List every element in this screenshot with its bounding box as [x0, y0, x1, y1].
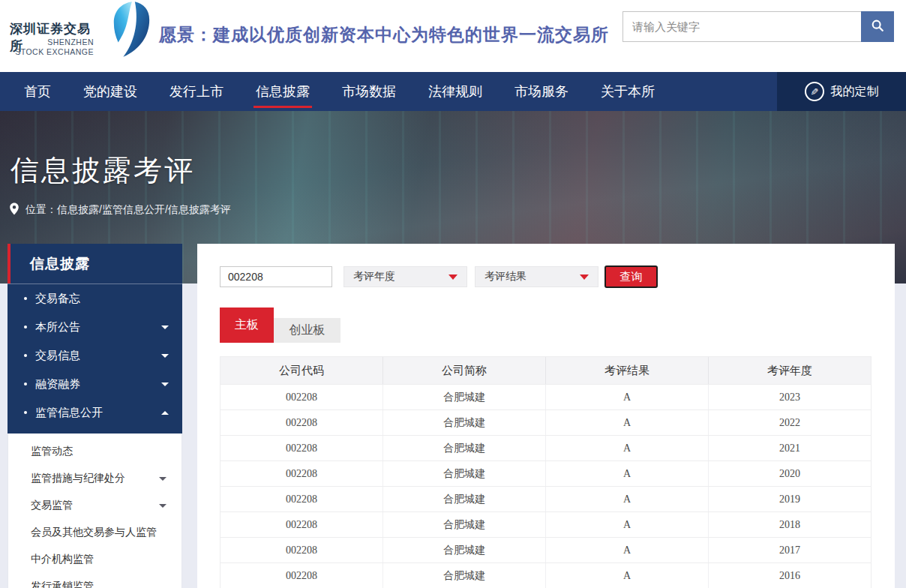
sidebar-item-announcements[interactable]: 本所公告	[8, 313, 182, 341]
bullet-dot-icon	[24, 354, 27, 357]
submenu-item-label: 发行承销监管	[31, 580, 94, 588]
my-customization-button[interactable]: ✎ 我的定制	[777, 72, 906, 111]
submenu-item-label: 会员及其他交易参与人监管	[31, 526, 157, 539]
cell-company-name: 合肥城建	[382, 410, 545, 435]
caret-down-icon	[448, 274, 458, 280]
column-header-company-code: 公司代码	[220, 357, 382, 384]
chevron-down-icon	[161, 382, 169, 386]
submenu-item-trading-supervision[interactable]: 交易监管	[8, 492, 182, 519]
nav-item-disclosure[interactable]: 信息披露	[256, 72, 310, 111]
submenu-item-label: 交易监管	[31, 499, 73, 512]
sidebar-item-label: 融资融券	[35, 377, 80, 392]
cell-result: A	[545, 461, 708, 486]
site-header: 深圳证券交易所 SHENZHEN STOCK EXCHANGE 愿景：建成以优质…	[0, 0, 906, 72]
nav-item-rules[interactable]: 法律规则	[428, 72, 482, 111]
cell-company-code: 002208	[220, 563, 382, 588]
bullet-dot-icon	[24, 382, 27, 386]
table-row: 002208 合肥城建 A 2022	[220, 410, 871, 435]
cell-result: A	[545, 512, 708, 537]
cell-result: A	[545, 436, 708, 460]
table-header-row: 公司代码 公司简称 考评结果 考评年度	[220, 357, 871, 384]
my-customization-label: 我的定制	[831, 84, 879, 100]
cell-company-name: 合肥城建	[382, 436, 545, 460]
cell-year: 2021	[708, 436, 871, 460]
cell-company-code: 002208	[220, 461, 382, 486]
tab-chinext[interactable]: 创业板	[274, 318, 340, 343]
search-button[interactable]	[861, 11, 894, 42]
chevron-down-icon	[159, 504, 166, 508]
cell-result: A	[545, 385, 708, 410]
cell-result: A	[545, 563, 708, 588]
sidebar-item-label: 监管信息公开	[35, 406, 103, 420]
nav-item-services[interactable]: 市场服务	[514, 72, 568, 111]
evaluation-result-label: 考评结果	[484, 270, 526, 284]
chevron-down-icon	[161, 326, 169, 329]
sidebar-item-label: 本所公告	[35, 320, 80, 334]
main-nav: 首页 党的建设 发行上市 信息披露 市场数据 法律规则 市场服务 关于本所 ✎ …	[0, 72, 906, 111]
evaluation-year-dropdown[interactable]: 考评年度	[344, 266, 467, 287]
table-row: 002208 合肥城建 A 2017	[220, 537, 871, 562]
cell-result: A	[545, 538, 708, 562]
chevron-down-icon	[159, 477, 166, 481]
breadcrumb: 位置：信息披露/监管信息公开/信息披露考评	[9, 202, 231, 218]
cell-company-name: 合肥城建	[382, 563, 545, 588]
column-header-company-name: 公司简称	[382, 357, 545, 384]
tab-main-board[interactable]: 主板	[220, 308, 274, 343]
nav-item-listing[interactable]: 发行上市	[170, 72, 224, 111]
submenu-item-supervision-news[interactable]: 监管动态	[8, 438, 182, 465]
brand-name-en-line1: SHENZHEN	[10, 38, 94, 46]
site-search	[622, 11, 894, 42]
cell-year: 2018	[708, 512, 871, 537]
table-row: 002208 合肥城建 A 2019	[220, 486, 871, 512]
table-row: 002208 合肥城建 A 2023	[220, 384, 871, 410]
chevron-up-icon	[161, 411, 169, 415]
breadcrumb-text: 位置：信息披露/监管信息公开/信息披露考评	[26, 203, 231, 217]
submenu-item-label: 监管措施与纪律处分	[31, 472, 125, 485]
cell-company-name: 合肥城建	[382, 487, 545, 512]
table-row: 002208 合肥城建 A 2016	[220, 562, 871, 588]
table-row: 002208 合肥城建 A 2021	[220, 435, 871, 460]
caret-down-icon	[580, 274, 589, 280]
szse-page: 深圳证券交易所 SHENZHEN STOCK EXCHANGE 愿景：建成以优质…	[0, 0, 906, 588]
search-input[interactable]	[622, 11, 861, 42]
cell-year: 2019	[708, 487, 871, 512]
nav-item-party[interactable]: 党的建设	[83, 72, 137, 111]
brand-name-en-line2: STOCK EXCHANGE	[10, 47, 94, 56]
cell-company-code: 002208	[220, 512, 382, 537]
cell-year: 2022	[708, 410, 871, 435]
cell-year: 2017	[708, 538, 871, 562]
cell-company-name: 合肥城建	[382, 385, 545, 410]
sidebar-item-trading-memo[interactable]: 交易备忘	[8, 284, 182, 313]
stock-code-input[interactable]	[220, 266, 332, 287]
submenu-item-member-supervision[interactable]: 会员及其他交易参与人监管	[8, 519, 182, 546]
szse-logo-icon	[110, 1, 153, 61]
evaluation-result-dropdown[interactable]: 考评结果	[475, 266, 598, 287]
sidebar-item-trading-info[interactable]: 交易信息	[8, 341, 182, 370]
filter-bar: 考评年度 考评结果 查询	[220, 266, 658, 288]
sidebar-item-margin-trading[interactable]: 融资融券	[8, 370, 182, 398]
cell-company-code: 002208	[220, 410, 382, 435]
column-header-year: 考评年度	[708, 357, 871, 384]
nav-item-market-data[interactable]: 市场数据	[342, 72, 396, 111]
table-row: 002208 合肥城建 A 2020	[220, 460, 871, 486]
nav-item-home[interactable]: 首页	[24, 72, 51, 111]
submenu-item-measures-discipline[interactable]: 监管措施与纪律处分	[8, 465, 182, 492]
cell-company-name: 合肥城建	[382, 512, 545, 537]
submenu-item-underwriting-supervision[interactable]: 发行承销监管	[8, 573, 182, 588]
sidebar-title: 信息披露	[8, 244, 182, 284]
sidebar-item-supervision-info[interactable]: 监管信息公开	[8, 398, 182, 427]
bullet-dot-icon	[24, 297, 27, 300]
page-title: 信息披露考评	[10, 152, 195, 190]
table-body: 002208 合肥城建 A 2023 002208 合肥城建 A 2022 00…	[220, 384, 871, 588]
location-pin-icon	[9, 202, 20, 218]
search-icon	[871, 19, 884, 34]
query-button[interactable]: 查询	[604, 266, 658, 288]
bullet-dot-icon	[24, 326, 27, 328]
cell-company-code: 002208	[220, 487, 382, 512]
submenu-item-intermediary-supervision[interactable]: 中介机构监管	[8, 546, 182, 573]
cell-company-code: 002208	[220, 385, 382, 410]
table-row: 002208 合肥城建 A 2018	[220, 512, 871, 537]
nav-item-about[interactable]: 关于本所	[601, 72, 655, 111]
bullet-dot-icon	[24, 411, 27, 414]
cell-result: A	[545, 410, 708, 435]
